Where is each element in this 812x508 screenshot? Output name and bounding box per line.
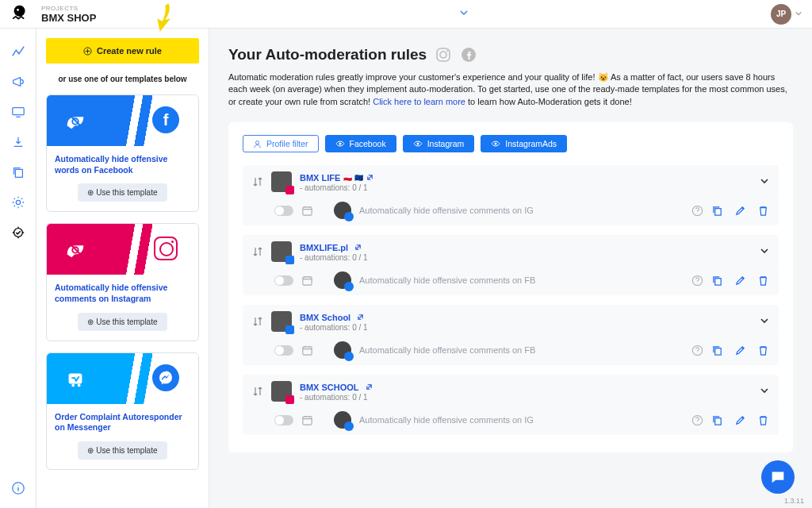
use-template-button[interactable]: ⊕ Use this template: [78, 441, 167, 460]
profile-name[interactable]: BMX LIFE 🇵🇱 🇪🇺: [300, 173, 373, 183]
use-template-button[interactable]: ⊕ Use this template: [78, 313, 167, 331]
project-selector[interactable]: PROJECTS BMX SHOP: [41, 5, 96, 24]
nav-display-icon[interactable]: [11, 105, 25, 119]
svg-point-18: [495, 143, 497, 145]
sort-icon[interactable]: [252, 386, 263, 397]
svg-rect-24: [715, 278, 722, 284]
messenger-icon: [152, 364, 179, 391]
calendar-icon[interactable]: [301, 344, 313, 356]
rule-name: Automatically hide offensive comments on…: [359, 345, 687, 355]
rules-panel: Profile filter Facebook Instagram Instag…: [228, 122, 793, 452]
profile-avatar: [271, 311, 292, 332]
chevron-down-icon[interactable]: [760, 316, 769, 328]
nav-megaphone-icon[interactable]: [11, 75, 25, 89]
nav-analytics-icon[interactable]: [11, 44, 25, 59]
rule-row: Automatically hide offensive comments on…: [243, 265, 779, 295]
chevron-down-icon[interactable]: [795, 9, 802, 20]
delete-icon[interactable]: [757, 275, 769, 287]
template-title: Automatically hide offensive comments on…: [55, 283, 190, 304]
chat-icon: [769, 468, 787, 486]
profile-filter-button[interactable]: Profile filter: [243, 135, 319, 152]
svg-rect-27: [715, 348, 722, 354]
help-icon[interactable]: [691, 414, 703, 426]
profile-header[interactable]: BMX School - automations: 0 / 1: [243, 305, 779, 335]
profile-automations-count: - automations: 0 / 1: [300, 253, 752, 262]
instagram-icon: [152, 235, 179, 262]
template-title: Automatically hide offensive words on Fa…: [55, 154, 190, 175]
filter-instagram[interactable]: Instagram: [403, 135, 475, 152]
user-avatar[interactable]: JP: [771, 4, 791, 25]
delete-icon[interactable]: [757, 414, 769, 426]
calendar-icon[interactable]: [301, 414, 313, 426]
profile-avatar: [271, 241, 292, 262]
profile-automations-count: - automations: 0 / 1: [300, 393, 752, 402]
or-divider-text: or use one of our templates below: [46, 75, 199, 83]
template-title: Order Complaint Autoresponder on Messeng…: [55, 412, 190, 433]
edit-icon[interactable]: [734, 344, 746, 356]
delete-icon[interactable]: [757, 344, 769, 356]
project-name: BMX SHOP: [41, 12, 96, 24]
help-icon[interactable]: [691, 275, 703, 287]
nav-settings-icon[interactable]: [11, 195, 25, 210]
external-link-icon: [366, 383, 373, 391]
rule-name: Automatically hide offensive comments on…: [359, 275, 687, 285]
calendar-icon[interactable]: [301, 205, 313, 217]
sort-icon[interactable]: [252, 316, 263, 327]
plus-circle-icon: [83, 47, 92, 56]
filter-instagram-ads[interactable]: InstagramAds: [481, 135, 567, 152]
use-template-button[interactable]: ⊕ Use this template: [78, 183, 167, 202]
rule-row: Automatically hide offensive comments on…: [243, 195, 779, 225]
svg-rect-21: [715, 208, 722, 214]
chat-widget-button[interactable]: [761, 460, 795, 494]
svg-point-17: [416, 143, 419, 145]
create-rule-button[interactable]: Create new rule: [46, 38, 199, 64]
calendar-icon[interactable]: [301, 275, 313, 287]
copy-icon[interactable]: [711, 205, 723, 217]
user-icon: [253, 140, 262, 148]
sort-icon[interactable]: [252, 246, 263, 257]
sort-icon[interactable]: [252, 176, 263, 187]
delete-icon[interactable]: [757, 205, 769, 217]
rule-toggle[interactable]: [274, 415, 293, 425]
profile-block: BMX SCHOOL - automations: 0 / 1 Automati…: [243, 375, 779, 435]
svg-rect-3: [15, 169, 22, 177]
rule-toggle[interactable]: [274, 345, 293, 356]
svg-point-1: [17, 9, 19, 11]
help-icon[interactable]: [691, 205, 703, 217]
profile-name[interactable]: BMX School: [300, 313, 364, 322]
nav-download-icon[interactable]: [11, 135, 25, 149]
create-rule-label: Create new rule: [97, 46, 162, 56]
edit-icon[interactable]: [734, 275, 746, 287]
nav-copy-icon[interactable]: [11, 165, 25, 179]
nav-info-icon[interactable]: [11, 481, 25, 495]
copy-icon[interactable]: [711, 344, 723, 356]
edit-icon[interactable]: [734, 414, 746, 426]
rule-toggle[interactable]: [274, 275, 293, 286]
svg-rect-22: [303, 276, 312, 284]
profile-header[interactable]: BMX SCHOOL - automations: 0 / 1: [243, 375, 779, 405]
page-description: Automatic moderation rules greatly impro…: [228, 71, 793, 108]
help-icon[interactable]: [691, 344, 703, 356]
profile-header[interactable]: BMXLIFE.pl - automations: 0 / 1: [243, 235, 779, 265]
chevron-down-icon[interactable]: [760, 176, 769, 188]
svg-point-9: [71, 383, 75, 387]
filter-facebook[interactable]: Facebook: [325, 135, 396, 152]
copy-icon[interactable]: [711, 275, 723, 287]
eye-icon: [413, 139, 423, 148]
edit-icon[interactable]: [734, 205, 746, 217]
chevron-down-icon[interactable]: [760, 246, 769, 258]
learn-more-link[interactable]: Click here to learn more: [373, 97, 465, 106]
profile-header[interactable]: BMX LIFE 🇵🇱 🇪🇺 - automations: 0 / 1: [243, 165, 779, 195]
template-card-messenger: Order Complaint Autoresponder on Messeng…: [46, 352, 199, 470]
copy-icon[interactable]: [711, 414, 723, 426]
nav-automod-icon[interactable]: [11, 225, 25, 240]
rule-toggle[interactable]: [274, 206, 293, 216]
svg-point-16: [339, 143, 341, 145]
profile-name[interactable]: BMX SCHOOL: [300, 383, 373, 392]
rule-avatar: [334, 411, 351, 429]
profile-name[interactable]: BMXLIFE.pl: [300, 243, 362, 252]
profile-avatar: [271, 381, 292, 402]
chevron-down-icon[interactable]: [459, 8, 469, 20]
chevron-down-icon[interactable]: [760, 386, 769, 398]
template-card-instagram: Automatically hide offensive comments on…: [46, 223, 199, 341]
